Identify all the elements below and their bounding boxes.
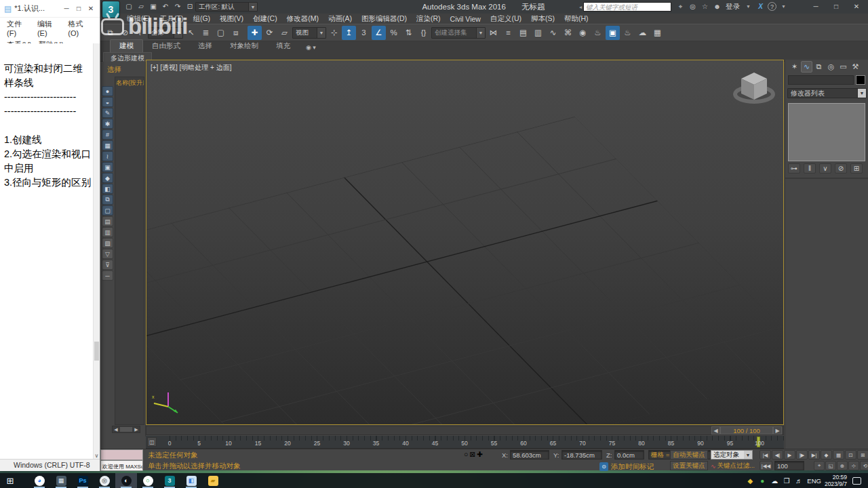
current-frame-field[interactable]: 100 [774, 461, 804, 470]
ribbon-strip-scrollbar[interactable]: ◀ ▶ [112, 426, 140, 433]
tray-messenger-icon[interactable]: ● [757, 475, 767, 486]
chevron-down-icon[interactable]: ▼ [743, 1, 753, 12]
go-to-start-icon[interactable]: |◀ [760, 450, 771, 460]
render-setup-icon[interactable]: ♨ [591, 26, 605, 40]
play-icon[interactable]: ▶ [784, 450, 795, 460]
max-minimize-button[interactable]: ─ [806, 0, 826, 12]
notification-center-icon[interactable] [852, 477, 861, 485]
render-more-icon[interactable]: ▦ [650, 26, 665, 40]
display-tab-icon[interactable]: ▭ [837, 61, 849, 73]
menu-item[interactable]: 视图(V) [215, 14, 248, 24]
notepad-maximize-button[interactable]: □ [73, 3, 85, 15]
exchange-apps-icon[interactable]: X [755, 1, 766, 12]
taskbar-app-qq-browser[interactable]: ○ [137, 473, 159, 488]
maxscript-listener-text[interactable]: 欢迎使用 MAXScr [100, 460, 143, 471]
y-coordinate-field[interactable]: -18.735cm [561, 450, 602, 460]
named-selection-sets-dropdown[interactable]: 创建选择集 ▼ [431, 27, 486, 39]
workspace-dropdown[interactable]: 工作区: 默认 ▼ [195, 2, 258, 12]
remove-modifier-icon[interactable]: ⊘ [835, 163, 847, 174]
zoom-extents-icon[interactable]: ⊕ [837, 461, 848, 470]
key-filters-button[interactable]: ∿ 关键点过滤... [711, 462, 755, 470]
menu-item[interactable]: 渲染(R) [412, 14, 446, 24]
use-pivot-center-icon[interactable]: ⊹ [327, 26, 341, 40]
time-tag-icon[interactable]: ⊙ [599, 462, 608, 471]
select-and-scale-icon[interactable]: ▱ [277, 26, 292, 40]
taskbar-app-screen-recorder[interactable]: ◎ [94, 473, 115, 488]
notepad-vertical-scrollbar[interactable]: ∨ [93, 43, 100, 459]
layer-manager-icon[interactable]: ▤ [516, 26, 530, 40]
notepad-menu-item[interactable]: 编辑(E) [35, 18, 64, 38]
angle-snap-icon[interactable]: ∠ [372, 26, 386, 40]
ribbon-tab[interactable]: 选择 [189, 40, 221, 52]
bind-to-space-warp-icon[interactable]: ≀ [133, 26, 147, 40]
rendered-frame-icon[interactable]: ▣ [606, 26, 620, 40]
menu-item[interactable]: 动画(A) [323, 14, 357, 24]
go-to-start-keys[interactable]: |◀◀ [760, 461, 772, 470]
taskbar-app-3dsmax[interactable]: 3 [159, 473, 180, 488]
tray-cloud-icon[interactable]: ☁ [770, 475, 779, 486]
save-file-icon[interactable]: ▣ [148, 1, 159, 12]
ls-snap-icon[interactable]: # [102, 129, 113, 140]
notepad-titlebar[interactable]: ▤ *1.认识... ─ □ ✕ [0, 0, 100, 18]
viewcube[interactable] [729, 66, 779, 110]
previous-frame-icon[interactable]: ◀| [772, 450, 783, 460]
select-section-label[interactable]: 选择 [107, 65, 121, 75]
object-name-field[interactable] [788, 75, 854, 85]
taskbar-app-obs[interactable]: ◐ [115, 473, 137, 488]
polygon-modeling-panel-tab[interactable]: 多边形建模 [103, 52, 152, 62]
previous-key-icon[interactable]: ◀ [711, 426, 720, 434]
add-time-tag[interactable]: 添加时间标记 [611, 462, 654, 472]
notepad-menu-item[interactable]: 格式(O) [65, 18, 96, 38]
menu-item[interactable]: 工具(T) [155, 14, 188, 24]
pan-icon[interactable]: ⊹ [848, 461, 859, 470]
ribbon-camera-icon[interactable]: ◉ ▾ [306, 44, 316, 52]
max-maximize-button[interactable]: □ [826, 0, 846, 12]
scroll-thumb[interactable] [120, 427, 132, 432]
notepad-text-area[interactable]: 可渲染和封闭二维样条线-----------------------------… [0, 43, 93, 459]
x-coordinate-field[interactable]: 58.603cm [510, 450, 549, 460]
help-search-input[interactable] [583, 2, 671, 12]
percent-snap-icon[interactable]: % [387, 26, 401, 40]
isolate-toggle-icon[interactable]: ○ [464, 450, 468, 458]
favorites-star-icon[interactable]: ☆ [700, 1, 710, 12]
track-bar[interactable]: ◫ 05101520253035404550556065707580859095… [146, 436, 784, 449]
scrollbar-thumb[interactable] [94, 342, 99, 361]
notepad-menu-item[interactable]: 文件(F) [4, 18, 33, 38]
selection-lock-icon[interactable]: ⊠ [469, 450, 475, 458]
window-crossing-icon[interactable]: ⧈ [229, 26, 243, 40]
next-key-icon[interactable]: ▶ [773, 426, 782, 434]
tray-volume-icon[interactable]: ♬ [794, 475, 804, 486]
spinner-snap-icon[interactable]: ⇅ [401, 26, 416, 40]
ls-doc1-icon[interactable]: ▤ [102, 216, 113, 226]
z-coordinate-field[interactable]: 0.0cm [614, 450, 644, 460]
menu-item[interactable]: Civil View [446, 15, 486, 23]
set-key-button[interactable]: 设置关键点 [670, 461, 708, 470]
zoom-icon[interactable]: ⌖ [814, 461, 825, 470]
go-to-end-icon[interactable]: ▶| [808, 450, 820, 460]
perspective-viewport[interactable]: [+] [透视] [明暗处理 + 边面] x [146, 60, 784, 425]
taskbar-app-photos[interactable]: ▦ [50, 473, 72, 488]
transform-gizmo-icon[interactable]: ✚ [477, 450, 483, 458]
default-in-out-icon[interactable]: ⊡ [845, 450, 856, 460]
select-object-icon[interactable]: ↖ [184, 26, 198, 40]
selection-filter-dropdown[interactable]: 全部 ▼ [148, 27, 183, 39]
taskbar-app-file-explorer[interactable]: ▰ [202, 473, 224, 488]
key-step-icon[interactable]: |◀◀ [760, 461, 772, 470]
orbit-icon[interactable]: ⟲ [860, 461, 868, 470]
user-icon[interactable]: ☻ [712, 1, 722, 12]
material-editor-icon[interactable]: ◉ [576, 26, 590, 40]
taskbar-app-quark[interactable]: ◕ [28, 473, 50, 488]
project-folder-icon[interactable]: ⊡ [184, 1, 195, 12]
viewport-label[interactable]: [+] [透视] [明暗处理 + 边面] [151, 63, 231, 73]
make-unique-icon[interactable]: ∨ [819, 163, 831, 174]
select-and-rotate-icon[interactable]: ⟳ [262, 26, 277, 40]
ls-filter2-icon[interactable]: ⊽ [102, 260, 113, 270]
scroll-left-icon[interactable]: ◀ [113, 427, 119, 432]
selected-mode-dropdown[interactable]: 选定对象 ▼ [711, 450, 753, 460]
scroll-down-icon[interactable]: ∨ [94, 453, 100, 459]
taskbar-app-viewer[interactable]: ◧ [180, 473, 202, 488]
menu-item[interactable]: 编辑(E) [122, 14, 155, 24]
ribbon-tab[interactable]: 自由形式 [143, 40, 189, 52]
align-icon[interactable]: ≡ [501, 26, 515, 40]
ls-doc3-icon[interactable]: ▧ [102, 238, 113, 248]
